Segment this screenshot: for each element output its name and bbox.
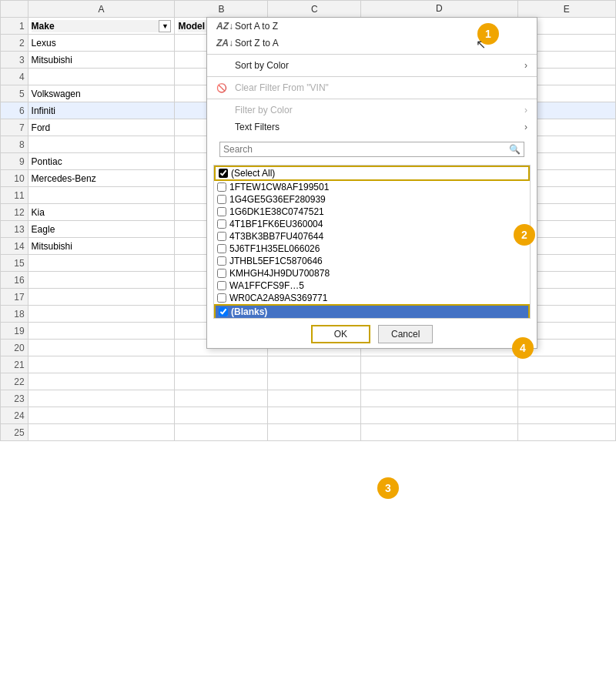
check-item-vin1[interactable]: 1FTEW1CW8AF199501: [214, 181, 530, 193]
cell-c: [268, 407, 361, 424]
row-number: 18: [1, 306, 28, 323]
cell-a: Lexus: [28, 35, 175, 52]
row-number: 14: [1, 238, 28, 255]
checkbox-vin8[interactable]: [217, 269, 226, 278]
menu-item-sort-by-color[interactable]: Sort by Color›: [207, 57, 537, 74]
table-row: 22: [1, 373, 616, 390]
cell-d: [361, 407, 518, 424]
checkbox-blanks[interactable]: [219, 307, 228, 316]
cell-a: [28, 272, 175, 289]
row-number: 20: [1, 340, 28, 356]
cell-c: [268, 373, 361, 390]
checkbox-vin9[interactable]: [217, 281, 226, 290]
check-item-blanks[interactable]: (Blanks): [214, 304, 530, 319]
cell-a: Infiniti: [28, 102, 175, 119]
row-number: 16: [1, 272, 28, 289]
check-label-vin2: 1G4GE5G36EF280939: [229, 194, 326, 205]
row-number: 24: [1, 407, 28, 424]
cell-c: [268, 390, 361, 407]
cancel-button[interactable]: Cancel: [378, 325, 433, 343]
menu-label: Sort A to Z: [235, 21, 278, 32]
annotation-3: 3: [377, 477, 399, 499]
checkbox-vin4[interactable]: [217, 219, 226, 229]
header-make: Make ▼: [28, 18, 175, 35]
checkbox-vin10[interactable]: [217, 293, 226, 303]
cell-b: [175, 424, 268, 441]
check-item-vin8[interactable]: KMHGH4JH9DU700878: [214, 267, 530, 279]
checkbox-vin2[interactable]: [217, 195, 226, 204]
row-number: 10: [1, 170, 28, 187]
menu-label: Clear Filter From "VIN": [235, 82, 329, 93]
check-item-vin2[interactable]: 1G4GE5G36EF280939: [214, 193, 530, 206]
row-number: 12: [1, 204, 28, 221]
cell-a: Pontiac: [28, 153, 175, 170]
annotation-4: 4: [512, 337, 534, 359]
check-item-select-all[interactable]: (Select All): [214, 166, 530, 181]
search-icon: 🔍: [509, 144, 521, 155]
menu-label: Sort by Color: [235, 60, 289, 71]
check-label-select-all: (Select All): [231, 168, 275, 179]
check-label-vin1: 1FTEW1CW8AF199501: [229, 182, 329, 192]
header-row-num: 1: [1, 18, 28, 35]
row-number: 4: [1, 69, 28, 85]
cell-a: [28, 323, 175, 340]
cell-e: [517, 390, 615, 407]
search-input[interactable]: [223, 144, 509, 155]
cell-a: [28, 187, 175, 204]
cell-c: [268, 424, 361, 441]
table-row: 24: [1, 407, 616, 424]
menu-item-text-filters[interactable]: Text Filters›: [207, 119, 537, 136]
cell-a: Eagle: [28, 221, 175, 238]
check-item-vin5[interactable]: 4T3BK3BB7FU407644: [214, 230, 530, 243]
sort-icon: AZ↓: [216, 21, 232, 32]
checkbox-vin7[interactable]: [217, 256, 226, 266]
row-number: 2: [1, 35, 28, 52]
spreadsheet: A B C D E 1 Make ▼ Model ▼: [0, 0, 616, 696]
arrow-icon2: ›: [524, 105, 527, 115]
check-item-vin4[interactable]: 4T1BF1FK6EU360004: [214, 218, 530, 230]
row-number: 15: [1, 255, 28, 272]
cell-e: [517, 407, 615, 424]
cell-e: [517, 356, 615, 373]
row-number: 3: [1, 52, 28, 69]
row-number: 7: [1, 119, 28, 136]
sort-icon: ZA↓: [216, 38, 232, 49]
check-item-vin10[interactable]: WR0CA2A89AS369771: [214, 292, 530, 304]
row-number: 23: [1, 390, 28, 407]
cell-d: [361, 356, 518, 373]
cell-d: [361, 424, 518, 441]
ok-button[interactable]: OK: [311, 325, 370, 343]
cell-a: [28, 255, 175, 272]
table-row: 23: [1, 390, 616, 407]
checkbox-vin1[interactable]: [217, 182, 226, 192]
filter-clear-icon: 🚫: [216, 83, 232, 93]
checkbox-select-all[interactable]: [219, 169, 228, 178]
check-item-vin3[interactable]: 1G6DK1E38C0747521: [214, 206, 530, 218]
cursor: ↖: [476, 37, 486, 52]
row-number: 6: [1, 102, 28, 119]
check-label-vin7: JTHBL5EF1C5870646: [229, 256, 323, 266]
check-label-vin10: WR0CA2A89AS369771: [229, 293, 327, 303]
checkbox-vin5[interactable]: [217, 232, 226, 241]
check-item-vin9[interactable]: WA1FFCFS9F…5: [214, 279, 530, 292]
col-header-c: C: [268, 1, 361, 18]
checkbox-vin3[interactable]: [217, 207, 226, 216]
col-header-b: B: [175, 1, 268, 18]
row-number: 17: [1, 289, 28, 306]
check-item-vin6[interactable]: 5J6TF1H35EL066026: [214, 243, 530, 255]
annotation-2: 2: [514, 224, 535, 246]
dropdown-buttons: OK Cancel: [207, 320, 537, 348]
row-number: 11: [1, 187, 28, 204]
cell-b: [175, 356, 268, 373]
cell-a: Ford: [28, 119, 175, 136]
filter-btn-make[interactable]: ▼: [159, 20, 171, 32]
cell-c: [268, 356, 361, 373]
row-number: 13: [1, 221, 28, 238]
cell-a: Volkswagen: [28, 85, 175, 102]
check-label-blanks: (Blanks): [231, 306, 267, 317]
checkbox-vin6[interactable]: [217, 244, 226, 253]
filter-dropdown: AZ↓Sort A to ZZA↓Sort Z to ASort by Colo…: [206, 17, 537, 349]
cell-e: [517, 424, 615, 441]
check-item-vin7[interactable]: JTHBL5EF1C5870646: [214, 255, 530, 267]
cell-a: [28, 373, 175, 390]
